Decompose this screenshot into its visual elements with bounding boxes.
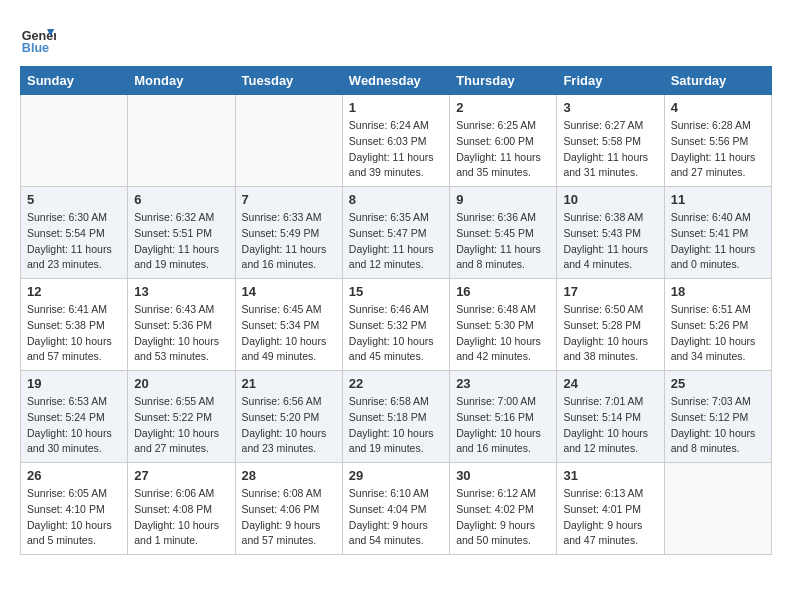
day-cell: 5Sunrise: 6:30 AM Sunset: 5:54 PM Daylig…	[21, 187, 128, 279]
day-cell: 25Sunrise: 7:03 AM Sunset: 5:12 PM Dayli…	[664, 371, 771, 463]
day-info: Sunrise: 7:03 AM Sunset: 5:12 PM Dayligh…	[671, 394, 765, 457]
day-info: Sunrise: 6:27 AM Sunset: 5:58 PM Dayligh…	[563, 118, 657, 181]
svg-text:Blue: Blue	[22, 41, 49, 55]
day-cell: 21Sunrise: 6:56 AM Sunset: 5:20 PM Dayli…	[235, 371, 342, 463]
day-number: 25	[671, 376, 765, 391]
day-number: 1	[349, 100, 443, 115]
day-cell: 19Sunrise: 6:53 AM Sunset: 5:24 PM Dayli…	[21, 371, 128, 463]
header-cell-friday: Friday	[557, 67, 664, 95]
day-number: 31	[563, 468, 657, 483]
day-info: Sunrise: 6:06 AM Sunset: 4:08 PM Dayligh…	[134, 486, 228, 549]
header-cell-tuesday: Tuesday	[235, 67, 342, 95]
day-number: 18	[671, 284, 765, 299]
day-cell: 30Sunrise: 6:12 AM Sunset: 4:02 PM Dayli…	[450, 463, 557, 555]
day-info: Sunrise: 6:50 AM Sunset: 5:28 PM Dayligh…	[563, 302, 657, 365]
day-cell: 3Sunrise: 6:27 AM Sunset: 5:58 PM Daylig…	[557, 95, 664, 187]
day-number: 27	[134, 468, 228, 483]
day-number: 22	[349, 376, 443, 391]
day-cell: 29Sunrise: 6:10 AM Sunset: 4:04 PM Dayli…	[342, 463, 449, 555]
day-info: Sunrise: 6:58 AM Sunset: 5:18 PM Dayligh…	[349, 394, 443, 457]
day-number: 7	[242, 192, 336, 207]
day-info: Sunrise: 6:33 AM Sunset: 5:49 PM Dayligh…	[242, 210, 336, 273]
day-number: 8	[349, 192, 443, 207]
day-number: 28	[242, 468, 336, 483]
logo: General Blue	[20, 20, 56, 56]
week-row-3: 19Sunrise: 6:53 AM Sunset: 5:24 PM Dayli…	[21, 371, 772, 463]
day-number: 3	[563, 100, 657, 115]
day-cell: 16Sunrise: 6:48 AM Sunset: 5:30 PM Dayli…	[450, 279, 557, 371]
day-cell: 31Sunrise: 6:13 AM Sunset: 4:01 PM Dayli…	[557, 463, 664, 555]
day-info: Sunrise: 6:35 AM Sunset: 5:47 PM Dayligh…	[349, 210, 443, 273]
day-info: Sunrise: 6:48 AM Sunset: 5:30 PM Dayligh…	[456, 302, 550, 365]
calendar-table: SundayMondayTuesdayWednesdayThursdayFrid…	[20, 66, 772, 555]
day-info: Sunrise: 6:28 AM Sunset: 5:56 PM Dayligh…	[671, 118, 765, 181]
day-number: 14	[242, 284, 336, 299]
day-cell: 28Sunrise: 6:08 AM Sunset: 4:06 PM Dayli…	[235, 463, 342, 555]
day-info: Sunrise: 6:41 AM Sunset: 5:38 PM Dayligh…	[27, 302, 121, 365]
day-number: 10	[563, 192, 657, 207]
day-info: Sunrise: 6:55 AM Sunset: 5:22 PM Dayligh…	[134, 394, 228, 457]
day-info: Sunrise: 7:01 AM Sunset: 5:14 PM Dayligh…	[563, 394, 657, 457]
day-cell: 20Sunrise: 6:55 AM Sunset: 5:22 PM Dayli…	[128, 371, 235, 463]
page-header: General Blue	[20, 20, 772, 56]
week-row-0: 1Sunrise: 6:24 AM Sunset: 6:03 PM Daylig…	[21, 95, 772, 187]
day-cell: 26Sunrise: 6:05 AM Sunset: 4:10 PM Dayli…	[21, 463, 128, 555]
day-info: Sunrise: 6:10 AM Sunset: 4:04 PM Dayligh…	[349, 486, 443, 549]
day-number: 5	[27, 192, 121, 207]
day-info: Sunrise: 6:51 AM Sunset: 5:26 PM Dayligh…	[671, 302, 765, 365]
day-cell: 23Sunrise: 7:00 AM Sunset: 5:16 PM Dayli…	[450, 371, 557, 463]
day-number: 19	[27, 376, 121, 391]
header-row: SundayMondayTuesdayWednesdayThursdayFrid…	[21, 67, 772, 95]
day-cell	[664, 463, 771, 555]
header-cell-saturday: Saturday	[664, 67, 771, 95]
day-info: Sunrise: 6:53 AM Sunset: 5:24 PM Dayligh…	[27, 394, 121, 457]
day-info: Sunrise: 6:13 AM Sunset: 4:01 PM Dayligh…	[563, 486, 657, 549]
day-number: 11	[671, 192, 765, 207]
day-info: Sunrise: 6:38 AM Sunset: 5:43 PM Dayligh…	[563, 210, 657, 273]
day-cell	[128, 95, 235, 187]
day-cell: 10Sunrise: 6:38 AM Sunset: 5:43 PM Dayli…	[557, 187, 664, 279]
week-row-1: 5Sunrise: 6:30 AM Sunset: 5:54 PM Daylig…	[21, 187, 772, 279]
day-cell: 9Sunrise: 6:36 AM Sunset: 5:45 PM Daylig…	[450, 187, 557, 279]
day-number: 23	[456, 376, 550, 391]
day-info: Sunrise: 7:00 AM Sunset: 5:16 PM Dayligh…	[456, 394, 550, 457]
day-cell: 11Sunrise: 6:40 AM Sunset: 5:41 PM Dayli…	[664, 187, 771, 279]
day-number: 26	[27, 468, 121, 483]
day-number: 6	[134, 192, 228, 207]
day-info: Sunrise: 6:25 AM Sunset: 6:00 PM Dayligh…	[456, 118, 550, 181]
day-info: Sunrise: 6:30 AM Sunset: 5:54 PM Dayligh…	[27, 210, 121, 273]
day-cell: 7Sunrise: 6:33 AM Sunset: 5:49 PM Daylig…	[235, 187, 342, 279]
day-number: 24	[563, 376, 657, 391]
day-info: Sunrise: 6:40 AM Sunset: 5:41 PM Dayligh…	[671, 210, 765, 273]
day-cell: 1Sunrise: 6:24 AM Sunset: 6:03 PM Daylig…	[342, 95, 449, 187]
day-info: Sunrise: 6:56 AM Sunset: 5:20 PM Dayligh…	[242, 394, 336, 457]
day-number: 15	[349, 284, 443, 299]
day-cell: 17Sunrise: 6:50 AM Sunset: 5:28 PM Dayli…	[557, 279, 664, 371]
header-cell-thursday: Thursday	[450, 67, 557, 95]
header-cell-sunday: Sunday	[21, 67, 128, 95]
day-cell: 24Sunrise: 7:01 AM Sunset: 5:14 PM Dayli…	[557, 371, 664, 463]
day-number: 9	[456, 192, 550, 207]
day-number: 17	[563, 284, 657, 299]
day-cell	[21, 95, 128, 187]
day-info: Sunrise: 6:36 AM Sunset: 5:45 PM Dayligh…	[456, 210, 550, 273]
day-cell: 2Sunrise: 6:25 AM Sunset: 6:00 PM Daylig…	[450, 95, 557, 187]
day-info: Sunrise: 6:08 AM Sunset: 4:06 PM Dayligh…	[242, 486, 336, 549]
day-info: Sunrise: 6:12 AM Sunset: 4:02 PM Dayligh…	[456, 486, 550, 549]
day-info: Sunrise: 6:05 AM Sunset: 4:10 PM Dayligh…	[27, 486, 121, 549]
day-number: 2	[456, 100, 550, 115]
day-number: 12	[27, 284, 121, 299]
day-cell: 12Sunrise: 6:41 AM Sunset: 5:38 PM Dayli…	[21, 279, 128, 371]
day-number: 20	[134, 376, 228, 391]
day-cell: 15Sunrise: 6:46 AM Sunset: 5:32 PM Dayli…	[342, 279, 449, 371]
day-info: Sunrise: 6:45 AM Sunset: 5:34 PM Dayligh…	[242, 302, 336, 365]
day-info: Sunrise: 6:46 AM Sunset: 5:32 PM Dayligh…	[349, 302, 443, 365]
day-number: 16	[456, 284, 550, 299]
day-number: 4	[671, 100, 765, 115]
day-cell: 6Sunrise: 6:32 AM Sunset: 5:51 PM Daylig…	[128, 187, 235, 279]
day-cell: 18Sunrise: 6:51 AM Sunset: 5:26 PM Dayli…	[664, 279, 771, 371]
logo-icon: General Blue	[20, 20, 56, 56]
header-cell-wednesday: Wednesday	[342, 67, 449, 95]
day-cell: 27Sunrise: 6:06 AM Sunset: 4:08 PM Dayli…	[128, 463, 235, 555]
day-cell: 8Sunrise: 6:35 AM Sunset: 5:47 PM Daylig…	[342, 187, 449, 279]
